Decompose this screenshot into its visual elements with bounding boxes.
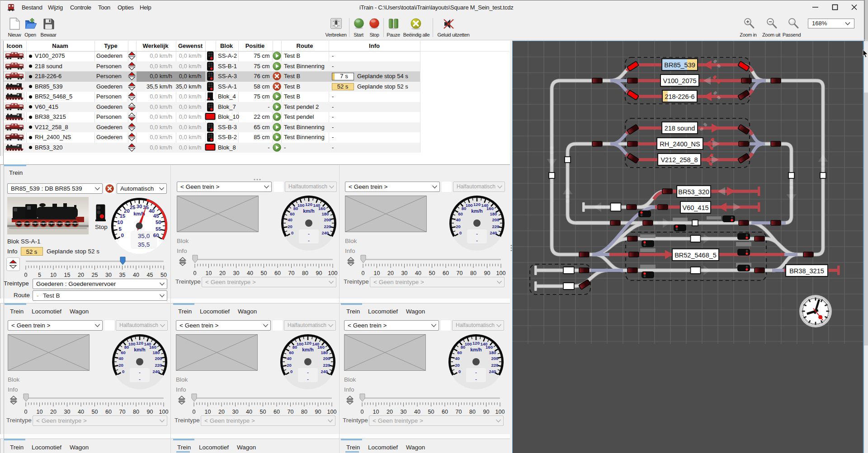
svg-text:180: 180 — [321, 350, 328, 355]
svg-text:km/h: km/h — [134, 347, 146, 352]
svg-text:RH_2400_NS: RH_2400_NS — [660, 140, 700, 148]
svg-text:60: 60 — [289, 350, 294, 355]
svg-text:BR85_539: BR85_539 — [664, 61, 695, 69]
svg-text:-: - — [308, 231, 310, 237]
svg-text:50: 50 — [156, 219, 161, 225]
svg-text:-: - — [476, 238, 478, 244]
svg-text:218 sound: 218 sound — [665, 125, 695, 132]
svg-text:-: - — [139, 376, 141, 383]
svg-text:60: 60 — [458, 211, 463, 216]
svg-text:220: 220 — [323, 363, 330, 368]
svg-text:60: 60 — [290, 211, 295, 216]
svg-text:0: 0 — [290, 369, 292, 374]
svg-text:5: 5 — [118, 226, 122, 232]
svg-text:-: - — [308, 238, 310, 244]
svg-text:0: 0 — [121, 233, 124, 238]
svg-text:V60_415: V60_415 — [682, 204, 708, 211]
svg-text:45: 45 — [153, 213, 159, 219]
svg-text:BR53_320: BR53_320 — [678, 188, 709, 196]
svg-text:BR38_3215: BR38_3215 — [789, 267, 824, 275]
svg-text:-: - — [475, 376, 477, 383]
svg-text:180: 180 — [152, 350, 160, 355]
svg-text:20: 20 — [287, 363, 292, 368]
svg-text:60: 60 — [121, 350, 126, 355]
svg-text:20: 20 — [455, 363, 460, 368]
svg-text:35,5: 35,5 — [138, 241, 150, 248]
svg-text:240: 240 — [321, 230, 329, 235]
svg-text:40: 40 — [456, 217, 461, 222]
svg-text:km/h: km/h — [470, 347, 482, 352]
svg-text:220: 220 — [155, 363, 162, 368]
svg-text:180: 180 — [489, 350, 496, 355]
svg-text:-: - — [475, 369, 477, 376]
svg-text:0: 0 — [458, 369, 461, 374]
svg-text:0: 0 — [459, 230, 462, 235]
svg-text:40: 40 — [287, 356, 292, 361]
svg-text:-: - — [307, 376, 309, 383]
svg-text:120: 120 — [473, 202, 481, 207]
svg-text:BR52_5468_5: BR52_5468_5 — [675, 252, 717, 259]
svg-text:180: 180 — [321, 211, 329, 216]
svg-text:20: 20 — [456, 224, 461, 229]
svg-text:20: 20 — [118, 363, 123, 368]
svg-text:40: 40 — [455, 356, 460, 361]
svg-text:30: 30 — [137, 204, 142, 209]
svg-text:220: 220 — [324, 224, 331, 229]
svg-text:25: 25 — [130, 205, 136, 210]
svg-text:240: 240 — [490, 230, 497, 235]
svg-text:160: 160 — [317, 345, 325, 350]
svg-text:35,0: 35,0 — [138, 233, 150, 239]
svg-text:-: - — [307, 369, 309, 376]
svg-text:120: 120 — [472, 341, 480, 346]
svg-text:100: 100 — [128, 341, 136, 346]
svg-text:60: 60 — [457, 350, 462, 355]
svg-text:V100_2075: V100_2075 — [663, 77, 696, 84]
svg-text:240: 240 — [152, 369, 160, 374]
svg-text:-: - — [476, 231, 478, 237]
svg-text:160: 160 — [318, 206, 326, 211]
svg-text:160: 160 — [149, 345, 156, 350]
svg-text:218-226-6: 218-226-6 — [665, 93, 694, 100]
svg-text:200: 200 — [492, 217, 499, 222]
svg-text:100: 100 — [466, 203, 473, 208]
svg-text:20: 20 — [288, 224, 292, 229]
svg-text:km/h: km/h — [303, 208, 315, 214]
svg-text:-: - — [139, 369, 141, 376]
svg-text:220: 220 — [492, 224, 499, 229]
svg-text:20: 20 — [124, 208, 130, 214]
svg-text:40: 40 — [149, 208, 155, 214]
svg-text:60: 60 — [153, 233, 159, 238]
svg-text:15: 15 — [119, 213, 125, 219]
svg-text:0: 0 — [291, 230, 293, 235]
svg-text:160: 160 — [486, 345, 493, 350]
svg-text:100: 100 — [297, 341, 304, 346]
svg-text:200: 200 — [324, 217, 331, 222]
svg-text:200: 200 — [491, 356, 498, 361]
svg-text:10: 10 — [117, 219, 123, 225]
svg-text:40: 40 — [118, 356, 123, 361]
svg-text:200: 200 — [155, 356, 162, 361]
svg-text:220: 220 — [491, 363, 498, 368]
svg-text:240: 240 — [489, 369, 496, 374]
svg-text:55: 55 — [156, 226, 161, 232]
svg-text:160: 160 — [486, 206, 494, 211]
svg-text:km/h: km/h — [471, 208, 483, 214]
svg-text:km/h: km/h — [302, 347, 314, 352]
svg-text:120: 120 — [304, 341, 311, 346]
svg-text:100: 100 — [297, 203, 305, 208]
svg-text:V212_258_8: V212_258_8 — [660, 156, 698, 163]
svg-text:240: 240 — [321, 369, 328, 374]
svg-text:180: 180 — [490, 211, 497, 216]
svg-text:120: 120 — [136, 341, 143, 346]
svg-text:40: 40 — [288, 217, 292, 222]
svg-text:100: 100 — [465, 341, 472, 346]
svg-text:120: 120 — [305, 202, 312, 207]
svg-text:200: 200 — [323, 356, 330, 361]
svg-text:0: 0 — [122, 369, 124, 374]
